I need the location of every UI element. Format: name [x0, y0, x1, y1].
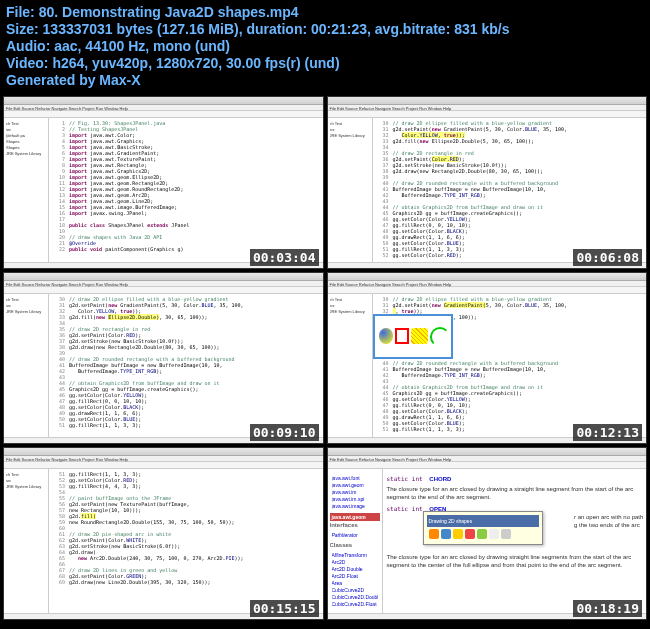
- timestamp: 00:03:04: [250, 249, 319, 266]
- thumbnail-6[interactable]: File Edit Source Refactor Navigate Searc…: [327, 447, 648, 620]
- thumbnail-3[interactable]: File Edit Source Refactor Navigate Searc…: [3, 272, 324, 445]
- app-icon[interactable]: [489, 529, 499, 539]
- file-line: File: 80. Demonstrating Java2D shapes.mp…: [6, 4, 644, 20]
- timestamp: 00:12:13: [573, 424, 642, 441]
- thumbnail-2[interactable]: File Edit Source Refactor Navigate Searc…: [327, 96, 648, 269]
- video-line: Video: h264, yuv420p, 1280x720, 30.00 fp…: [6, 55, 644, 71]
- media-info: File: 80. Demonstrating Java2D shapes.mp…: [0, 0, 650, 93]
- code-editor: 30// draw 2D ellipse filled with a blue-…: [373, 294, 647, 438]
- app-icon[interactable]: [501, 529, 511, 539]
- timestamp: 00:06:08: [573, 249, 642, 266]
- timestamp: 00:18:19: [573, 600, 642, 617]
- timestamp: 00:15:15: [250, 600, 319, 617]
- app-icon[interactable]: [477, 529, 487, 539]
- package-header: java.awt.geom: [330, 513, 380, 521]
- ellipse-gradient-icon: [379, 328, 394, 344]
- javadoc-panel: static int CHORD The closure type for an…: [383, 469, 647, 613]
- taskbar-tooltip[interactable]: Drawing 2D shapes: [423, 511, 543, 545]
- rectangle-red-icon: [395, 328, 408, 344]
- thumbnail-1[interactable]: File Edit Source Refactor Navigate Searc…: [3, 96, 324, 269]
- app-icon[interactable]: [441, 529, 451, 539]
- app-icon[interactable]: [453, 529, 463, 539]
- thumbnail-5[interactable]: File Edit Source Refactor Navigate Searc…: [3, 447, 324, 620]
- size-line: Size: 133337031 bytes (127.16 MiB), dura…: [6, 21, 644, 37]
- shapes-output-window[interactable]: [373, 314, 453, 359]
- app-icon[interactable]: [429, 529, 439, 539]
- rounded-rect-icon: [411, 328, 428, 344]
- thumbnail-grid: File Edit Source Refactor Navigate Searc…: [0, 93, 650, 623]
- thumbnail-4[interactable]: File Edit Source Refactor Navigate Searc…: [327, 272, 648, 445]
- code-editor: 1// Fig. 13.30: ShapesJPanel.java 2// Te…: [49, 118, 323, 262]
- code-editor: 30// draw 2D ellipse filled with a blue-…: [49, 294, 323, 438]
- generator-line: Generated by Max-X: [6, 72, 644, 88]
- timestamp: 00:09:10: [250, 424, 319, 441]
- code-editor: 30// draw 2D ellipse filled with a blue-…: [373, 118, 647, 262]
- ide-titlebar: [4, 97, 323, 105]
- audio-line: Audio: aac, 44100 Hz, mono (und): [6, 38, 644, 54]
- ide-toolbar: [4, 111, 323, 118]
- app-icon[interactable]: [465, 529, 475, 539]
- code-editor: 51gg.fillRect(1, 1, 3, 3); 52gg.setColor…: [49, 469, 323, 613]
- package-explorer: ch Testsrc(default paShapesShapesJRE Sys…: [4, 118, 49, 262]
- arc-green-icon: [430, 327, 447, 345]
- package-sidebar: java.awt.fontjava.awt.geomjava.awt.imjav…: [328, 469, 383, 613]
